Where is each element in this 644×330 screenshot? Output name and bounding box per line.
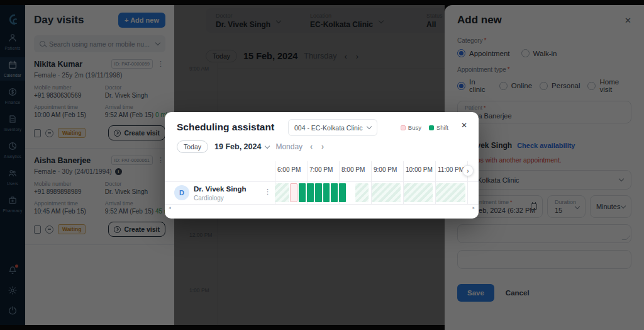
- legend: Busy Shift: [401, 124, 448, 131]
- kebab-menu-icon[interactable]: ⋮: [264, 188, 271, 196]
- chevron-down-icon: [366, 124, 371, 129]
- modal-weekday: Monday: [275, 142, 303, 151]
- timeline-segment-booked[interactable]: [307, 183, 314, 202]
- hour-label: 10:00 PM: [406, 166, 433, 173]
- scroll-right-icon[interactable]: ▸: [472, 205, 475, 210]
- timeline-segment-hatch[interactable]: [436, 183, 465, 202]
- chevron-down-icon: [265, 143, 270, 148]
- modal-title: Scheduling assistant: [177, 122, 274, 133]
- close-icon[interactable]: ✕: [461, 121, 467, 130]
- row-divider: [165, 181, 479, 182]
- timeline-segment-hatch[interactable]: [275, 183, 289, 202]
- modal-date-picker[interactable]: 19 Feb, 2024: [214, 142, 269, 151]
- doctor-avatar: D: [174, 185, 189, 200]
- doctor-name: Dr. Vivek Singh: [194, 185, 247, 193]
- app-root: Patients Calendar Finance Inventory Anal…: [0, 0, 644, 330]
- busy-swatch: [401, 125, 406, 130]
- timeline-segment-busy[interactable]: [290, 183, 298, 202]
- modal-toolbar: Today 19 Feb, 2024 Monday ‹ ›: [177, 140, 325, 153]
- shift-label: Shift: [436, 124, 448, 131]
- scroll-left-icon[interactable]: ◂: [169, 205, 171, 210]
- next-day-icon[interactable]: ›: [320, 142, 325, 151]
- timeline-segment-booked[interactable]: [315, 183, 322, 202]
- scheduling-assistant-modal: Scheduling assistant 004 - EC-Kolkata Cl…: [165, 112, 479, 219]
- timeline-track[interactable]: [275, 183, 467, 203]
- timeline-segment-booked[interactable]: [299, 183, 306, 202]
- modal-clinic-value: 004 - EC-Kolkata Clinic: [294, 124, 363, 132]
- hour-label: 9:00 PM: [374, 166, 397, 173]
- prev-day-icon[interactable]: ‹: [309, 142, 314, 151]
- timeline-segment-hatch[interactable]: [404, 183, 433, 202]
- timeline-segment-booked[interactable]: [331, 183, 338, 202]
- timeline-segment-hatch[interactable]: [372, 183, 401, 202]
- hour-label: 11:00 PM: [438, 166, 464, 173]
- doctor-specialty: Cardiology: [194, 195, 224, 202]
- modal-today-button[interactable]: Today: [177, 140, 208, 153]
- timeline-next-icon[interactable]: ›: [462, 165, 474, 176]
- shift-swatch: [429, 125, 434, 130]
- hour-label: 8:00 PM: [341, 166, 365, 173]
- busy-label: Busy: [408, 124, 421, 131]
- modal-clinic-select[interactable]: 004 - EC-Kolkata Clinic: [288, 119, 377, 136]
- timeline-segment-booked[interactable]: [323, 183, 330, 202]
- hour-label: 7:00 PM: [309, 166, 333, 173]
- hour-label: 6:00 PM: [277, 166, 301, 173]
- timeline-segment-hatch[interactable]: [355, 183, 369, 202]
- row-divider: [165, 204, 479, 205]
- timeline-segment-booked[interactable]: [339, 183, 346, 202]
- timeline: 6:00 PM 7:00 PM 8:00 PM 9:00 PM 10:00 PM…: [165, 161, 479, 212]
